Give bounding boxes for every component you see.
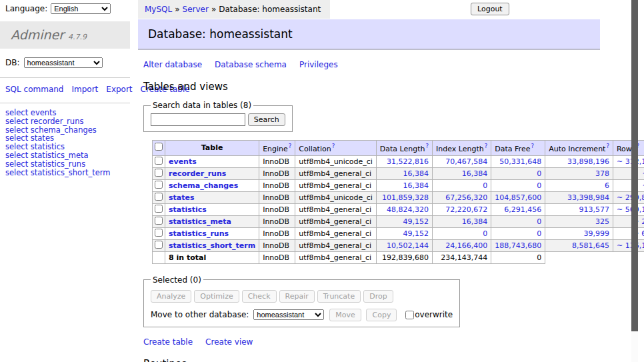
selected-fieldset: Selected (0) AnalyzeOptimizeCheckRepairT… — [143, 275, 460, 327]
table-name-link[interactable]: statistics_short_term — [169, 241, 255, 250]
data-free-link[interactable]: 0 — [537, 181, 541, 190]
data-free-link[interactable]: 188,743,680 — [495, 241, 541, 250]
auto-increment-link[interactable]: 378 — [595, 169, 609, 178]
rows-count-link[interactable]: ~ 299,833 — [617, 193, 644, 202]
auto-increment-link[interactable]: 325 — [595, 217, 609, 226]
routines-heading: Routines — [143, 358, 600, 362]
create-link[interactable]: Create view — [205, 337, 253, 347]
rows-count-link[interactable]: ~ 136,108 — [617, 241, 644, 250]
data-length-link[interactable]: 49,152 — [403, 229, 429, 238]
auto-increment-link[interactable]: 33,898,196 — [567, 157, 609, 166]
table-name-link[interactable]: statistics_runs — [169, 229, 229, 238]
db-action-link[interactable]: Database schema — [215, 60, 287, 69]
data-free-link[interactable]: 104,857,600 — [495, 193, 541, 202]
index-length-link[interactable]: 72,220,672 — [445, 205, 487, 214]
main-content: MySQL»Server»Database: homeassistant Dat… — [138, 0, 600, 362]
search-input[interactable] — [151, 113, 245, 126]
app-version: 4.7.9 — [68, 33, 87, 41]
sidebar-command-link[interactable]: Import — [71, 85, 98, 94]
auto-increment-link[interactable]: 39,999 — [583, 229, 609, 238]
engine-cell: InnoDB — [259, 239, 295, 251]
move-db-select[interactable]: homeassistant — [253, 309, 324, 320]
data-free-link[interactable]: 0 — [537, 229, 541, 238]
index-length-link[interactable]: 24,166,400 — [445, 241, 487, 250]
overwrite-option[interactable]: overwrite — [405, 310, 453, 319]
data-free-link[interactable]: 0 — [537, 169, 541, 178]
sidebar-table-link[interactable]: select recorder_runs — [0, 117, 130, 126]
table-name-link[interactable]: statistics_meta — [169, 217, 231, 226]
index-length-link[interactable]: 67,256,320 — [445, 193, 487, 202]
auto-increment-link[interactable]: 33,398,984 — [567, 193, 609, 202]
index-length-link[interactable]: 0 — [483, 181, 487, 190]
data-length-link[interactable]: 101,859,328 — [382, 193, 429, 202]
sidebar-table-link[interactable]: select statistics_runs — [0, 160, 130, 169]
create-link[interactable]: Create table — [143, 337, 193, 347]
rows-count-link[interactable]: ~ 569,159 — [617, 205, 644, 214]
row-checkbox[interactable] — [155, 217, 163, 225]
row-checkbox[interactable] — [155, 193, 163, 201]
data-length-link[interactable]: 31,522,816 — [387, 157, 429, 166]
column-help-link[interactable]: ? — [426, 143, 429, 149]
db-action-link[interactable]: Alter database — [143, 60, 202, 69]
table-row: eventsInnoDButf8mb4_unicode_ci31,522,816… — [153, 155, 644, 167]
copy-button: Copy — [366, 309, 397, 321]
data-length-link[interactable]: 16,384 — [403, 181, 429, 190]
breadcrumb-mysql-link[interactable]: MySQL — [145, 5, 172, 14]
table-name-link[interactable]: schema_changes — [169, 181, 238, 190]
data-free-link[interactable]: 6,291,456 — [504, 205, 541, 214]
db-select[interactable]: homeassistant — [24, 57, 103, 68]
search-button[interactable]: Search — [248, 113, 285, 126]
rows-count-link[interactable]: ~ 312,180 — [617, 157, 644, 166]
column-header: Data Free? — [491, 141, 545, 156]
data-length-link[interactable]: 10,502,144 — [387, 241, 429, 250]
row-checkbox[interactable] — [155, 181, 163, 189]
overwrite-checkbox[interactable] — [405, 311, 414, 319]
data-length-link[interactable]: 49,152 — [403, 217, 429, 226]
sidebar-command-link[interactable]: SQL command — [5, 85, 63, 94]
logout-button[interactable]: Logout — [471, 3, 509, 15]
index-length-link[interactable]: 16,384 — [462, 169, 488, 178]
scrollbar-thumb[interactable] — [631, 0, 638, 331]
sidebar-command-link[interactable]: Export — [106, 85, 132, 94]
data-free-link[interactable]: 0 — [537, 217, 541, 226]
breadcrumb-server-link[interactable]: Server — [183, 5, 209, 14]
language-select[interactable]: English — [51, 3, 111, 14]
table-name-link[interactable]: statistics — [169, 205, 207, 214]
table-name-link[interactable]: events — [169, 157, 197, 166]
sidebar-table-link[interactable]: select events — [0, 109, 130, 117]
data-length-link[interactable]: 48,824,320 — [387, 205, 429, 214]
sidebar-table-link[interactable]: select statistics_short_term — [0, 169, 130, 177]
row-checkbox[interactable] — [155, 157, 163, 165]
row-checkbox[interactable] — [155, 241, 163, 249]
table-name-link[interactable]: states — [169, 193, 195, 202]
collation-cell: utf8mb4_general_ci — [295, 215, 376, 227]
collation-cell: utf8mb4_general_ci — [295, 167, 376, 179]
auto-increment-link[interactable]: 913,577 — [579, 205, 609, 214]
index-length-link[interactable]: 70,467,584 — [445, 157, 487, 166]
db-action-link[interactable]: Privileges — [299, 60, 338, 69]
column-help-link[interactable]: ? — [289, 143, 292, 149]
index-length-link[interactable]: 0 — [483, 229, 487, 238]
data-free-link[interactable]: 50,331,648 — [499, 157, 541, 166]
table-name-link[interactable]: recorder_runs — [169, 169, 226, 178]
app-title: Adminer 4.7.9 — [0, 21, 130, 49]
collation-cell: utf8mb4_general_ci — [295, 179, 376, 191]
data-length-link[interactable]: 16,384 — [403, 169, 429, 178]
total-data-length: 192,839,680 — [376, 251, 432, 263]
collation-cell: utf8mb4_unicode_ci — [295, 155, 376, 167]
auto-increment-link[interactable]: 6 — [605, 181, 609, 190]
column-help-link[interactable]: ? — [531, 143, 534, 149]
sidebar-table-link[interactable]: select statistics_meta — [0, 151, 130, 160]
column-help-link[interactable]: ? — [606, 143, 609, 149]
row-checkbox[interactable] — [155, 205, 163, 213]
row-checkbox[interactable] — [155, 169, 163, 177]
row-checkbox[interactable] — [155, 229, 163, 237]
column-help-link[interactable]: ? — [332, 143, 335, 149]
breadcrumb-current: Database: homeassistant — [219, 5, 321, 14]
column-help-link[interactable]: ? — [485, 143, 488, 149]
index-length-link[interactable]: 16,384 — [462, 217, 488, 226]
selected-legend: Selected (0) — [151, 275, 203, 285]
table-header-row: TableEngine?Collation?Data Length?Index … — [153, 141, 644, 156]
auto-increment-link[interactable]: 8,581,645 — [572, 241, 609, 250]
select-all-checkbox[interactable] — [155, 143, 163, 151]
